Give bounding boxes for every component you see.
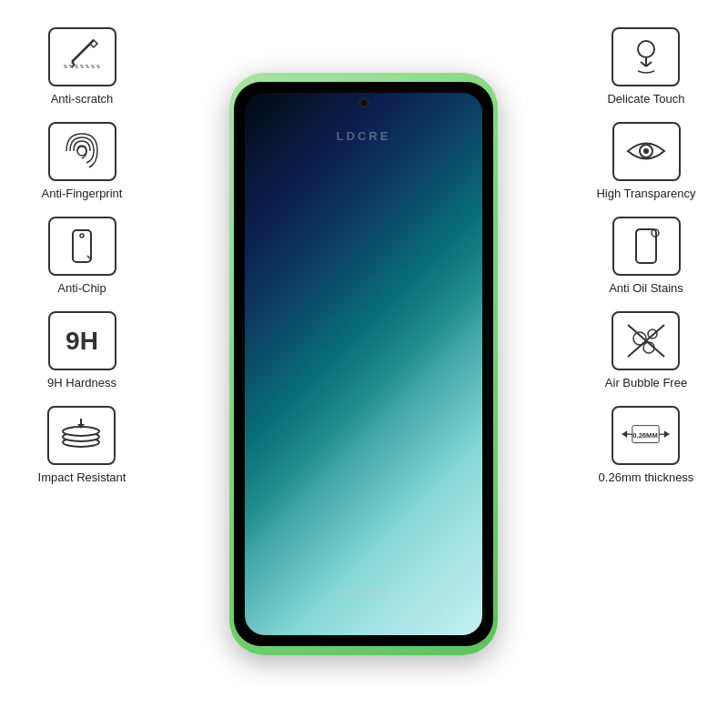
oil-stains-icon [623,226,669,267]
svg-line-3 [72,62,74,64]
anti-oil-stains-icon-box [612,217,681,276]
thickness-icon-box: 0.26MM [612,406,680,465]
svg-rect-0 [64,66,100,67]
svg-line-1 [72,44,90,62]
feature-anti-fingerprint: Anti-Fingerprint [42,122,123,200]
camera-dot [359,98,369,107]
feature-air-bubble-free: Air Bubble Free [605,311,687,389]
phone-container: LDCRE LDCRE [218,55,510,673]
svg-marker-29 [622,430,628,438]
feature-anti-chip: Anti-Chip [48,217,116,295]
screen-protector: LDCRE LDCRE [234,82,493,646]
screen-diagonal [245,93,482,635]
svg-point-20 [643,148,649,154]
anti-oil-stains-label: Anti Oil Stains [609,281,683,295]
9h-text: 9H [66,327,98,356]
main-container: Anti-scratch Anti-Fingerprint [0,0,728,728]
feature-9h-hardness: 9H 9H Hardness [47,311,116,389]
svg-marker-30 [664,430,670,438]
9h-hardness-icon-box: 9H [48,311,116,370]
impact-resistant-label: Impact Resistant [38,470,126,484]
air-bubble-free-label: Air Bubble Free [605,376,687,389]
svg-line-4 [72,64,75,67]
fingerprint-icon [59,131,105,172]
svg-rect-21 [636,229,656,263]
anti-chip-label: Anti-Chip [57,281,106,295]
air-bubble-free-icon-box [612,311,680,370]
thickness-label: 0.26mm thickness [599,470,694,484]
chip-icon [59,226,105,267]
high-transparency-icon-box [612,122,681,181]
screen-inner: LDCRE LDCRE [245,93,482,635]
feature-high-transparency: High Transparency [596,122,695,200]
touch-icon [623,36,669,77]
anti-chip-icon-box [48,217,116,276]
scratch-icon [59,36,105,77]
high-transparency-label: High Transparency [596,187,695,200]
watermark-bottom: LDCRE [337,585,391,599]
anti-scratch-label: Anti-scratch [51,92,114,106]
delicate-touch-icon-box [612,27,680,86]
impact-icon [56,415,106,456]
feature-impact-resistant: Impact Resistant [38,406,126,484]
eye-icon [623,131,669,172]
impact-resistant-icon-box [47,406,116,465]
svg-point-15 [638,41,654,57]
feature-delicate-touch: Delicate Touch [607,27,684,106]
bubbles-icon [623,320,669,361]
watermark-top: LDCRE [337,129,391,143]
left-features: Anti-scratch Anti-Fingerprint [9,27,155,484]
anti-scratch-icon-box [48,27,116,86]
svg-point-8 [80,234,84,238]
delicate-touch-label: Delicate Touch [607,92,684,106]
right-features: Delicate Touch High Transparency [573,27,719,484]
anti-fingerprint-label: Anti-Fingerprint [42,187,123,200]
feature-anti-scratch: Anti-scratch [48,27,116,106]
9h-hardness-label: 9H Hardness [47,376,116,389]
svg-text:0.26MM: 0.26MM [633,430,658,439]
feature-anti-oil-stains: Anti Oil Stains [609,217,683,295]
thickness-icon: 0.26MM [613,409,678,463]
feature-thickness: 0.26MM 0.26mm thickness [599,406,694,484]
anti-fingerprint-icon-box [48,122,116,181]
